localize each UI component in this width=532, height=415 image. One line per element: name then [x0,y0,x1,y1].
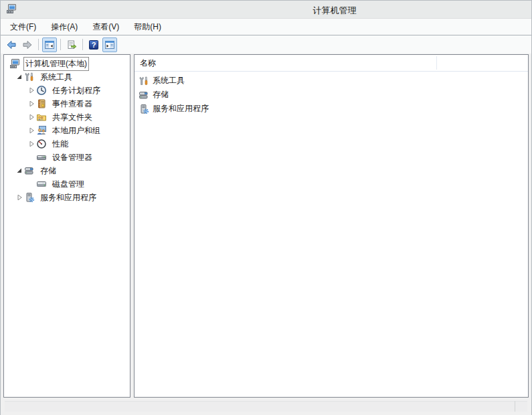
tree-item-shared-folders[interactable]: 共享文件夹 [4,110,130,124]
tree-item-label: 服务和应用程序 [38,191,98,205]
help-icon: ? [88,39,99,50]
tree-item-label: 设备管理器 [50,151,94,165]
tree-item-label: 共享文件夹 [50,110,94,124]
tools-icon [139,76,149,86]
tree-item-system-tools[interactable]: 系统工具 [4,70,130,84]
column-divider[interactable] [436,56,437,70]
action-pane-icon [104,39,115,50]
collapsed-arrow-icon[interactable] [27,112,36,122]
shared-folders-icon [36,112,47,122]
export-list-button[interactable] [64,37,79,52]
svg-text:?: ? [92,41,96,49]
collapsed-arrow-icon[interactable] [15,193,24,202]
toolbar-separator [82,39,83,50]
menu-bar: 文件(F)操作(A)查看(V)帮助(H) [1,19,531,35]
computer-management-window: 计算机管理 文件(F)操作(A)查看(V)帮助(H) ? 计算机管理(本地)系统… [0,0,532,415]
list-item-label: 服务和应用程序 [153,103,209,114]
window-title: 计算机管理 [1,5,531,17]
resize-grip-divider [515,401,515,412]
tree-item-label: 性能 [50,137,70,151]
menu-item-file[interactable]: 文件(F) [3,19,43,35]
performance-icon [36,139,47,149]
toolbar-separator [38,39,39,50]
toolbar: ? [1,35,531,54]
expanded-arrow-icon[interactable] [15,166,24,175]
details-list-panel: 名称 系统工具存储服务和应用程序 [134,54,529,398]
tree-item-label: 磁盘管理 [50,177,86,191]
tree-item-disk-management[interactable]: 磁盘管理 [4,177,130,191]
forward-button[interactable] [20,37,35,52]
tools-icon [24,72,35,82]
tree-item-local-users-groups[interactable]: 本地用户和组 [4,124,130,137]
action-pane-button[interactable] [102,37,117,52]
arrow-spacer [27,153,36,162]
status-bar [1,398,531,415]
menu-item-help[interactable]: 帮助(H) [126,19,169,35]
list-item-label: 存储 [153,89,169,100]
export-list-icon [66,39,77,50]
tree-item-label: 存储 [38,164,58,178]
help-button[interactable]: ? [86,37,101,52]
tree-item-computer-management-local[interactable]: 计算机管理(本地) [4,57,130,70]
tree-item-label: 任务计划程序 [50,84,102,98]
tree-item-label: 本地用户和组 [50,124,102,138]
back-button[interactable] [4,37,19,52]
back-arrow-icon [6,39,17,50]
services-icon [139,104,149,114]
collapsed-arrow-icon[interactable] [27,99,36,108]
tree-item-label: 系统工具 [38,70,74,84]
list-item-storage[interactable]: 存储 [135,88,528,102]
tree-item-services-applications[interactable]: 服务和应用程序 [4,191,130,204]
console-tree-panel: 计算机管理(本地)系统工具任务计划程序事件查看器共享文件夹本地用户和组性能设备管… [3,54,130,398]
event-viewer-icon [36,98,47,109]
tree-item-event-viewer[interactable]: 事件查看器 [4,97,130,110]
collapsed-arrow-icon[interactable] [27,126,36,135]
tree-item-storage[interactable]: 存储 [4,164,130,177]
forward-arrow-icon [22,39,33,50]
tree-item-task-scheduler[interactable]: 任务计划程序 [4,84,130,97]
storage-icon [139,90,149,100]
collapsed-arrow-icon[interactable] [27,86,36,95]
expanded-arrow-icon[interactable] [15,72,24,82]
list-item-system-tools[interactable]: 系统工具 [135,74,528,88]
computer-icon [9,58,20,69]
title-bar[interactable]: 计算机管理 [1,1,531,19]
toolbar-separator [60,39,61,50]
status-bar-inner [5,401,527,412]
menu-item-action[interactable]: 操作(A) [43,19,85,35]
tree-item-performance[interactable]: 性能 [4,137,130,151]
arrow-spacer [27,179,36,189]
menu-item-view[interactable]: 查看(V) [85,19,126,35]
tree-item-label: 计算机管理(本地) [23,57,89,71]
tree-item-device-manager[interactable]: 设备管理器 [4,151,130,164]
services-icon [24,192,35,203]
disk-management-icon [36,179,47,189]
task-scheduler-icon [36,85,47,96]
tree-view: 计算机管理(本地)系统工具任务计划程序事件查看器共享文件夹本地用户和组性能设备管… [4,55,130,204]
list-view: 系统工具存储服务和应用程序 [135,72,528,116]
console-tree-icon [44,39,55,50]
list-item-label: 系统工具 [153,75,185,86]
storage-icon [24,165,35,176]
collapsed-arrow-icon[interactable] [27,139,36,149]
list-item-services-applications[interactable]: 服务和应用程序 [135,102,528,116]
console-tree-button[interactable] [42,37,57,52]
users-icon [36,125,47,136]
column-header-name[interactable]: 名称 [135,58,156,69]
device-manager-icon [36,152,47,163]
list-column-header: 名称 [135,55,528,72]
tree-item-label: 事件查看器 [50,97,94,111]
